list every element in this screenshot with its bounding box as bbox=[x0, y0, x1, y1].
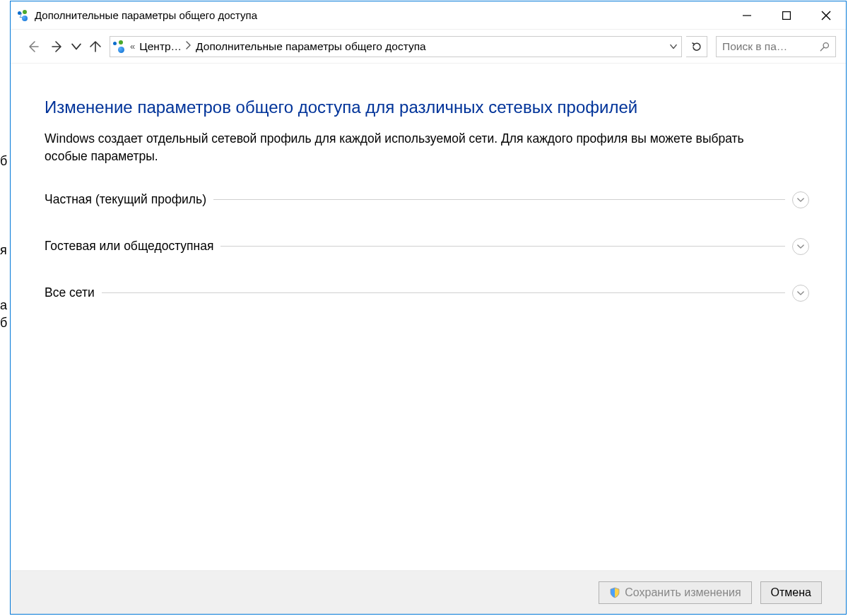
divider bbox=[213, 199, 785, 200]
expand-button[interactable] bbox=[792, 238, 809, 255]
window-controls bbox=[727, 1, 846, 30]
arrow-left-icon bbox=[28, 41, 39, 52]
search-placeholder: Поиск в па… bbox=[722, 40, 787, 53]
section-label: Гостевая или общедоступная bbox=[45, 239, 213, 254]
window-title: Дополнительные параметры общего доступа bbox=[35, 9, 257, 21]
breadcrumb-parent[interactable]: Центр… bbox=[139, 40, 182, 53]
content-area: Изменение параметров общего доступа для … bbox=[11, 64, 846, 570]
network-icon bbox=[113, 40, 126, 53]
page-description: Windows создает отдельный сетевой профил… bbox=[45, 130, 779, 166]
chevron-down-icon bbox=[797, 196, 804, 203]
refresh-button[interactable] bbox=[686, 36, 707, 57]
save-button: Сохранить изменения bbox=[599, 581, 751, 604]
maximize-button[interactable] bbox=[767, 1, 806, 30]
section-label: Все сети bbox=[45, 285, 95, 300]
forward-button[interactable] bbox=[47, 37, 67, 57]
svg-line-5 bbox=[820, 47, 824, 51]
cancel-button-label: Отмена bbox=[771, 586, 811, 599]
titlebar: Дополнительные параметры общего доступа bbox=[11, 1, 846, 30]
expand-button[interactable] bbox=[792, 191, 809, 208]
window-frame: Дополнительные параметры общего доступа bbox=[10, 1, 847, 615]
chevron-down-icon bbox=[71, 41, 81, 52]
divider bbox=[102, 292, 785, 293]
chevron-down-icon bbox=[797, 243, 804, 250]
expand-button[interactable] bbox=[792, 285, 809, 302]
minimize-button[interactable] bbox=[727, 1, 767, 30]
arrow-right-icon bbox=[52, 41, 63, 52]
network-icon bbox=[18, 10, 29, 21]
search-icon bbox=[820, 42, 830, 52]
section-all-networks[interactable]: Все сети bbox=[45, 285, 809, 302]
section-private[interactable]: Частная (текущий профиль) bbox=[45, 191, 809, 208]
page-heading: Изменение параметров общего доступа для … bbox=[45, 97, 809, 117]
section-label: Частная (текущий профиль) bbox=[45, 192, 206, 207]
address-bar[interactable]: « Центр… Дополнительные параметры общего… bbox=[110, 36, 682, 57]
minimize-icon bbox=[743, 11, 751, 20]
search-input[interactable]: Поиск в па… bbox=[716, 36, 836, 57]
close-icon bbox=[821, 11, 831, 20]
chevron-down-icon bbox=[797, 290, 804, 297]
chevron-right-icon bbox=[186, 41, 192, 52]
close-button[interactable] bbox=[806, 1, 846, 30]
maximize-icon bbox=[782, 11, 791, 20]
footer-bar: Сохранить изменения Отмена bbox=[11, 570, 846, 614]
up-button[interactable] bbox=[86, 37, 105, 57]
nav-toolbar: « Центр… Дополнительные параметры общего… bbox=[11, 30, 846, 64]
breadcrumb-current[interactable]: Дополнительные параметры общего доступа bbox=[196, 40, 426, 53]
section-guest[interactable]: Гостевая или общедоступная bbox=[45, 238, 809, 255]
back-button[interactable] bbox=[23, 37, 43, 57]
address-dropdown[interactable] bbox=[669, 40, 678, 53]
arrow-up-icon bbox=[90, 41, 101, 52]
recents-button[interactable] bbox=[71, 37, 81, 57]
refresh-icon bbox=[691, 41, 702, 52]
breadcrumb-lead: « bbox=[130, 41, 135, 52]
titlebar-left: Дополнительные параметры общего доступа bbox=[11, 9, 257, 21]
divider bbox=[220, 246, 785, 247]
save-button-label: Сохранить изменения bbox=[625, 586, 741, 599]
shield-icon bbox=[609, 587, 620, 598]
chevron-down-icon bbox=[670, 43, 677, 50]
svg-rect-1 bbox=[783, 11, 791, 19]
cancel-button[interactable]: Отмена bbox=[760, 581, 822, 604]
